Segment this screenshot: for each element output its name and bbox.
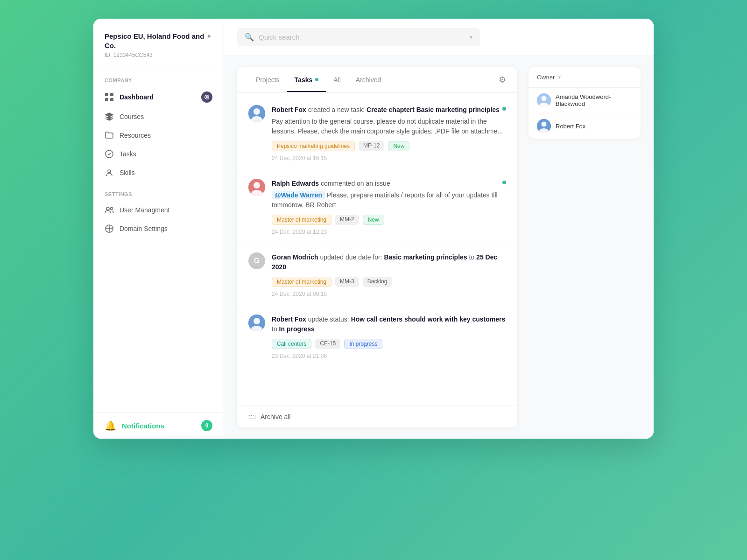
skills-icon	[105, 168, 114, 177]
sidebar-nav: Company Dashboard	[93, 68, 224, 412]
archive-all-label: Archive all	[261, 413, 291, 420]
search-dropdown-arrow: ▾	[470, 34, 472, 41]
svg-point-20	[542, 96, 547, 101]
activity-panel: Projects Tasks All Archived ⚙	[237, 67, 517, 427]
tag: Call centers	[272, 339, 311, 349]
owner-name: Amanda Woodword-Blackwood	[556, 93, 632, 107]
owner-item: Amanda Woodword-Blackwood	[529, 88, 641, 113]
sidebar-item-skills[interactable]: Skills	[93, 163, 224, 182]
company-chevron-icon[interactable]: ►	[207, 33, 212, 40]
owner-name: Robert Fox	[556, 123, 585, 130]
activity-text: Robert Fox update status: How call cente…	[272, 315, 506, 334]
activity-tags: Master of marketing MM-3 Backlog	[272, 277, 506, 287]
archive-icon: 🗃	[248, 413, 256, 421]
tab-tasks[interactable]: Tasks	[287, 69, 326, 92]
tab-all[interactable]: All	[326, 69, 348, 92]
sidebar-item-domain-settings-label: Domain Settings	[120, 225, 168, 232]
owner-avatar	[537, 119, 551, 133]
tab-archived[interactable]: Archived	[348, 69, 388, 92]
settings-section-label: Settings	[93, 182, 224, 201]
activity-tags: Pepsico marketing guidelines MP-12 New	[272, 141, 506, 151]
activity-item: G Goran Modrich updated due date for: Ba…	[237, 244, 517, 306]
activity-description: Pay attention to the general course, ple…	[272, 117, 506, 136]
sidebar-item-user-management[interactable]: User Managment	[93, 201, 224, 219]
activity-time: 23 Dec, 2020 at 21:06	[272, 353, 506, 359]
avatar	[248, 179, 265, 196]
people-icon	[105, 205, 114, 215]
svg-point-11	[254, 108, 260, 115]
owner-dropdown-icon[interactable]: ▾	[558, 75, 561, 80]
tag: MM-2	[335, 215, 359, 225]
svg-point-6	[108, 170, 111, 173]
sidebar-item-courses-label: Courses	[120, 113, 144, 120]
search-placeholder: Quick search	[259, 33, 465, 41]
sidebar-item-resources[interactable]: Resources	[93, 126, 224, 145]
svg-point-4	[206, 96, 208, 98]
activity-time: 24 Dec, 2020 at 12:23	[272, 229, 506, 235]
unread-dot	[502, 181, 506, 184]
settings-icon[interactable]: ⚙	[499, 67, 506, 92]
activity-tags: Master of marketing MM-2 New	[272, 215, 506, 225]
activity-highlight: Basic marketing principles	[384, 253, 467, 261]
owner-header: Owner ▾	[529, 67, 641, 88]
right-panel: Owner ▾ Amanda Woodword-Blackwood Robe	[529, 67, 641, 427]
sidebar-item-dashboard[interactable]: Dashboard	[93, 87, 224, 107]
top-bar: 🔍 Quick search ▾	[224, 19, 654, 56]
activity-text: Ralph Edwards commented on an issue	[272, 179, 506, 189]
company-name: Pepsico EU, Holand Food and Co. ►	[105, 32, 212, 50]
svg-point-8	[111, 208, 113, 210]
owner-avatar	[537, 93, 551, 107]
activity-user: Robert Fox	[272, 106, 306, 113]
notifications-icon: 🔔	[105, 420, 116, 431]
app-container: Pepsico EU, Holand Food and Co. ► ID: 12…	[93, 19, 654, 439]
activity-user: Robert Fox	[272, 315, 306, 323]
tag: Backlog	[363, 277, 392, 287]
svg-rect-1	[110, 93, 113, 96]
tag: MM-3	[335, 277, 359, 287]
search-icon: 🔍	[245, 33, 254, 42]
tag: MP-12	[359, 141, 384, 151]
tag: Master of marketing	[272, 277, 331, 287]
search-bar[interactable]: 🔍 Quick search ▾	[237, 28, 480, 46]
tag: Master of marketing	[272, 215, 331, 225]
activity-highlight: How call centers should work with key cu…	[351, 315, 506, 323]
avatar	[248, 315, 265, 331]
archive-all-button[interactable]: 🗃 Archive all	[237, 406, 517, 427]
sidebar-item-domain-settings[interactable]: Domain Settings	[93, 219, 224, 238]
notifications-label: Notifications	[122, 422, 164, 430]
svg-point-7	[106, 207, 109, 210]
notifications-item[interactable]: 🔔 Notifications 9	[105, 420, 212, 431]
activity-list: Robert Fox created a new task: Create ch…	[237, 93, 517, 406]
activity-user: Ralph Edwards	[272, 180, 319, 187]
main-content: 🔍 Quick search ▾ Projects Tasks All Arch…	[224, 19, 654, 439]
activity-status: In progress	[279, 325, 315, 333]
dashboard-badge	[201, 91, 212, 103]
sidebar: Pepsico EU, Holand Food and Co. ► ID: 12…	[93, 19, 224, 439]
tab-projects[interactable]: Projects	[248, 69, 287, 92]
sidebar-item-tasks[interactable]: Tasks	[93, 145, 224, 163]
sidebar-item-user-management-label: User Managment	[120, 206, 169, 214]
content-area: Projects Tasks All Archived ⚙	[224, 56, 654, 439]
layers-icon	[105, 112, 114, 121]
svg-rect-2	[105, 98, 108, 101]
sidebar-item-skills-label: Skills	[120, 169, 135, 176]
activity-time: 24 Dec, 2020 at 09:15	[272, 291, 506, 297]
svg-rect-3	[110, 98, 113, 101]
svg-point-23	[542, 122, 547, 127]
svg-rect-0	[105, 93, 108, 96]
activity-time: 24 Dec, 2020 at 16:15	[272, 155, 506, 161]
activity-tags: Call centers CE-15 In progress	[272, 339, 506, 349]
grid-icon	[105, 92, 114, 102]
activity-item: Robert Fox created a new task: Create ch…	[237, 97, 517, 170]
sidebar-header: Pepsico EU, Holand Food and Co. ► ID: 12…	[93, 19, 224, 68]
activity-item: Robert Fox update status: How call cente…	[237, 306, 517, 368]
sidebar-item-courses[interactable]: Courses	[93, 107, 224, 126]
tasks-icon	[105, 149, 114, 159]
company-section-label: Company	[93, 68, 224, 87]
sidebar-footer: 🔔 Notifications 9	[93, 412, 224, 439]
activity-highlight: Create chaptert Basic marketing principl…	[366, 106, 500, 113]
owner-card: Owner ▾ Amanda Woodword-Blackwood Robe	[529, 67, 641, 139]
tab-tasks-dot	[315, 78, 318, 81]
owner-label: Owner	[537, 74, 555, 81]
owner-item: Robert Fox	[529, 113, 641, 139]
